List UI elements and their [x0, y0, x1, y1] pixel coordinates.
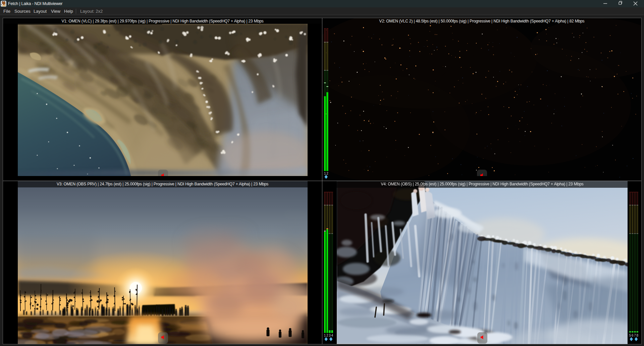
svg-text:6: 6 — [632, 334, 634, 337]
svg-text:3: 3 — [329, 334, 331, 337]
svg-text:1: 1 — [324, 172, 326, 175]
svg-text:2: 2 — [326, 172, 328, 175]
svg-text:7: 7 — [634, 334, 636, 337]
svg-text:5: 5 — [629, 334, 631, 337]
svg-text:1: 1 — [324, 334, 326, 337]
svg-text:2: 2 — [326, 334, 328, 337]
svg-text:8: 8 — [636, 334, 638, 337]
svg-text:4: 4 — [331, 334, 333, 337]
